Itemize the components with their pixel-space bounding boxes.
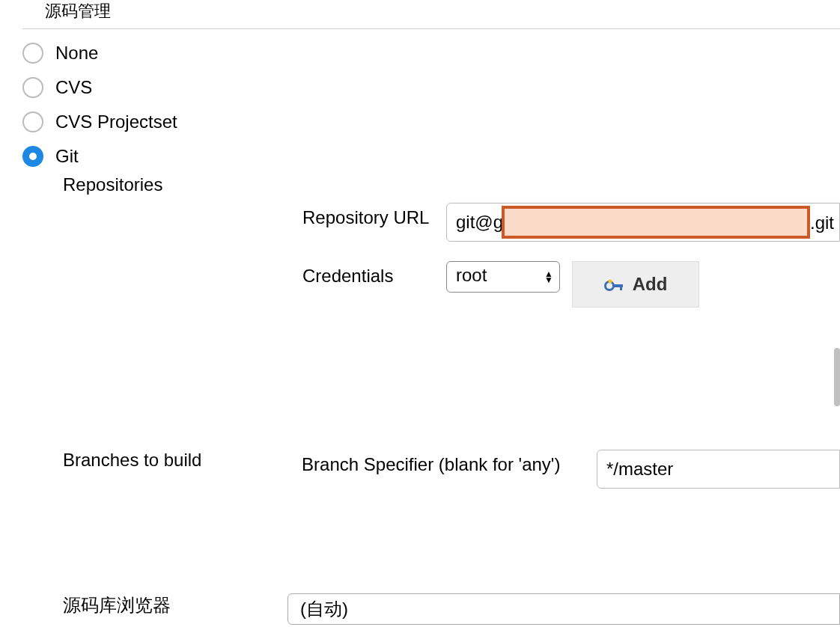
radio-row-none[interactable]: None (22, 43, 840, 64)
radio-label-none: None (55, 43, 98, 64)
add-credentials-button[interactable]: Add (572, 261, 699, 308)
radio-cvs[interactable] (22, 77, 43, 98)
credentials-row: Credentials root ▲▼ Add (63, 261, 840, 308)
radio-label-cvs: CVS (55, 77, 92, 98)
redacted-area (502, 206, 810, 239)
select-arrows-icon: ▲▼ (544, 271, 553, 283)
repo-url-input-wrap: .git (446, 203, 840, 242)
svg-point-3 (608, 280, 612, 284)
branch-specifier-label: Branch Specifier (blank for 'any') (302, 450, 597, 475)
scm-radio-group: None CVS CVS Projectset Git (0, 43, 840, 167)
repositories-heading: Repositories (63, 174, 840, 195)
repo-url-suffix: .git (810, 212, 834, 233)
radio-cvs-projectset[interactable] (22, 111, 43, 132)
add-button-label: Add (633, 274, 668, 295)
credentials-selected-value: root (456, 265, 487, 285)
scrollbar-thumb[interactable] (834, 348, 840, 406)
radio-none[interactable] (22, 43, 43, 64)
radio-row-cvs-projectset[interactable]: CVS Projectset (22, 111, 840, 132)
branch-specifier-input[interactable] (597, 450, 840, 489)
radio-git[interactable] (22, 146, 43, 167)
section-title: 源码管理 (22, 0, 840, 29)
svg-rect-2 (620, 284, 622, 290)
radio-label-cvs-projectset: CVS Projectset (55, 111, 177, 132)
credentials-select[interactable]: root ▲▼ (446, 261, 560, 293)
key-icon (604, 277, 625, 292)
branches-row: Branches to build Branch Specifier (blan… (63, 450, 840, 489)
source-browser-select[interactable]: (自动) (287, 593, 840, 625)
credentials-controls: root ▲▼ Add (446, 261, 699, 308)
repo-url-row: Repository URL .git (63, 203, 840, 242)
credentials-label: Credentials (302, 261, 446, 287)
git-config-block: Repositories Repository URL .git Credent… (0, 174, 840, 625)
branches-heading: Branches to build (63, 450, 302, 471)
radio-row-git[interactable]: Git (22, 146, 840, 167)
source-browser-label: 源码库浏览器 (63, 593, 287, 617)
radio-row-cvs[interactable]: CVS (22, 77, 840, 98)
radio-label-git: Git (55, 146, 79, 167)
repo-url-label: Repository URL (302, 203, 446, 228)
source-browser-value: (自动) (300, 599, 348, 619)
source-browser-row: 源码库浏览器 (自动) (63, 593, 840, 625)
